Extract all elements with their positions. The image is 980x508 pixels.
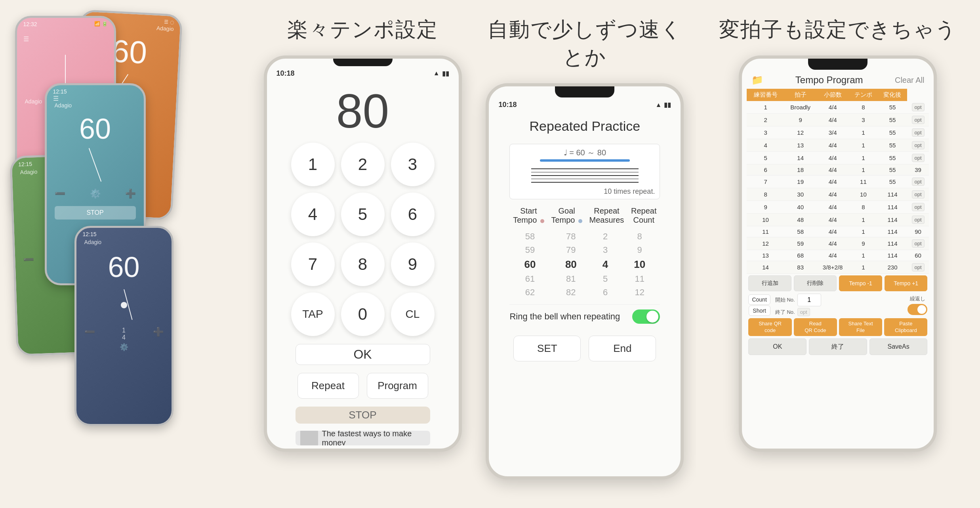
read-qr-button[interactable]: Read QR Code xyxy=(794,318,837,336)
short-label: Short xyxy=(749,306,770,316)
bell-toggle[interactable] xyxy=(632,309,660,324)
cell: 79 xyxy=(551,243,591,257)
repeat-times-label: 10 times repeat. xyxy=(604,187,655,196)
cell-change: opt xyxy=(907,101,929,114)
saveas-button[interactable]: SaveAs xyxy=(869,338,928,355)
keypad-phone: 10:18 ▲ ▮▮ 80 1 2 3 4 5 6 7 8 9 TAP 0 CL… xyxy=(264,55,462,452)
cell: 2 xyxy=(591,230,619,243)
paste-clipboard-button[interactable]: Paste Clipboard xyxy=(884,318,927,336)
table-row: 294/4355opt xyxy=(747,114,929,126)
tempo-range-label: ♩ = 60 ～ 80 xyxy=(564,147,606,158)
read-qr-label: Read xyxy=(809,321,822,327)
share-qr-button[interactable]: Share QR code xyxy=(748,318,791,336)
program-screen-title: Tempo Program xyxy=(795,74,863,86)
notch-4 xyxy=(808,59,868,70)
key-5[interactable]: 5 xyxy=(341,193,385,236)
th-tempo: テンポ xyxy=(849,89,878,101)
table-row: 11584/4111490 xyxy=(747,226,929,237)
cell: 81 xyxy=(551,272,591,286)
repeat-button[interactable]: Repeat xyxy=(297,373,359,399)
paste-label: Paste xyxy=(899,321,912,327)
teal-bottom: ➖⚙️➕ xyxy=(47,185,144,203)
pink-icons: ☰ xyxy=(17,35,114,43)
start-no-input[interactable] xyxy=(797,294,821,306)
repeat-screen-title: Repeated Practice xyxy=(530,118,641,134)
blue-pendulum-area xyxy=(76,287,172,323)
key-6[interactable]: 6 xyxy=(391,193,435,236)
stop-button-2[interactable]: STOP xyxy=(296,407,430,424)
share-qr-label2: code xyxy=(765,327,776,334)
tempo-display-2: 80 xyxy=(336,87,389,135)
stop-button-teal[interactable]: STOP xyxy=(55,206,136,220)
set-button[interactable]: SET xyxy=(513,336,581,361)
cell: 59 xyxy=(509,243,550,257)
table-row-active: 60 80 4 10 xyxy=(509,257,660,272)
th-num: 練習番号 xyxy=(747,89,784,101)
teal-icons: ☰ xyxy=(47,95,144,102)
clear-all-button[interactable]: Clear All xyxy=(895,76,924,85)
bottom-buttons: Repeat Program xyxy=(297,373,428,399)
panel-1: 12:51 ☰◌ Adagio 60 12:32 📶🔋 ☰ Adagio xyxy=(0,0,252,508)
loop-label: 繰返し xyxy=(910,295,925,302)
key-8[interactable]: 8 xyxy=(341,243,385,286)
ok-button-4[interactable]: OK xyxy=(748,338,806,355)
panel-3-title: 自動で少しずつ速くとか xyxy=(482,16,688,71)
cell-tempo: 55 xyxy=(878,101,907,114)
key-9[interactable]: 9 xyxy=(391,243,435,286)
table-row: 13684/4111460 xyxy=(747,250,929,261)
key-1[interactable]: 1 xyxy=(291,143,335,186)
tempo-minus-button[interactable]: Tempo -1 xyxy=(839,275,882,291)
bell-toggle-row: Ring the bell when repeating xyxy=(509,304,660,328)
end-button-4[interactable]: 終了 xyxy=(809,338,867,355)
cell: 80 xyxy=(551,257,591,272)
wifi-icon: ▲ xyxy=(433,70,440,77)
cell: 62 xyxy=(509,286,550,299)
key-3[interactable]: 3 xyxy=(391,143,435,186)
end-button[interactable]: End xyxy=(589,336,656,361)
key-4[interactable]: 4 xyxy=(291,193,335,236)
tempo-blue: 60 xyxy=(76,251,172,283)
sheet-line-3 xyxy=(531,175,638,176)
time-pink: 12:32 xyxy=(23,21,37,27)
repeat-data-table: 58 78 2 8 59 79 3 9 60 80 4 10 61 81 5 xyxy=(509,230,660,299)
cell: 5 xyxy=(591,272,619,286)
ok-button[interactable]: OK xyxy=(296,344,430,365)
share-text-button[interactable]: Share Text File xyxy=(839,318,882,336)
status-bar-3: 10:18 ▲ ▮▮ xyxy=(489,97,681,111)
col-repeat-measures: Repeat Measures xyxy=(589,206,624,225)
table-row: 7194/41155opt xyxy=(747,176,929,188)
loop-toggle[interactable] xyxy=(908,304,927,315)
folder-icon[interactable]: 📁 xyxy=(751,74,763,86)
key-7[interactable]: 7 xyxy=(291,243,335,286)
qr-buttons-row: Share QR code Read QR Code Share Text Fi… xyxy=(747,318,929,336)
key-0[interactable]: 0 xyxy=(341,292,385,336)
program-table: 練習番号 拍子 小節数 テンポ 変化後 1Broadly4/4855opt 29… xyxy=(747,89,929,274)
key-cl[interactable]: CL xyxy=(391,292,435,336)
keypad-grid: 1 2 3 4 5 6 7 8 9 TAP 0 CL xyxy=(275,143,450,336)
panel-2: 楽々テンポ設定 10:18 ▲ ▮▮ 80 1 2 3 4 5 6 7 8 9 … xyxy=(252,0,474,508)
delete-row-button[interactable]: 行削除 xyxy=(794,275,837,291)
panel-3: 自動で少しずつ速くとか 10:18 ▲ ▮▮ Repeated Practice… xyxy=(474,0,696,508)
tempo-plus-button[interactable]: Tempo +1 xyxy=(885,275,928,291)
sheet-line-4 xyxy=(531,179,638,180)
program-button[interactable]: Program xyxy=(367,373,428,399)
col-goal-tempo: Goal Tempo xyxy=(551,206,582,225)
key-2[interactable]: 2 xyxy=(341,143,385,186)
cell: 61 xyxy=(509,272,550,286)
cell: 11 xyxy=(619,272,660,286)
add-row-button[interactable]: 行追加 xyxy=(748,275,791,291)
table-row: 3123/4155opt xyxy=(747,126,929,139)
time-blue: 12:15 xyxy=(83,231,97,237)
loop-area: 繰返し xyxy=(908,295,927,315)
panel-4: 変拍子も設定できちゃう 📁 Tempo Program Clear All 練習… xyxy=(696,0,980,508)
set-end-buttons: SET End xyxy=(513,336,656,361)
count-label: Count xyxy=(748,294,770,305)
label-blue: Adagio xyxy=(76,237,172,247)
start-no-row: 開始 No. xyxy=(775,294,906,306)
program-action-row: 行追加 行削除 Tempo -1 Tempo +1 xyxy=(747,275,929,291)
loop-toggle-knob xyxy=(917,305,926,314)
phones-collage: 12:51 ☰◌ Adagio 60 12:32 📶🔋 ☰ Adagio xyxy=(11,4,241,440)
mini-status-teal: 12:15 xyxy=(47,85,144,95)
key-tap[interactable]: TAP xyxy=(291,292,335,336)
tempo-teal: 60 xyxy=(47,113,144,145)
